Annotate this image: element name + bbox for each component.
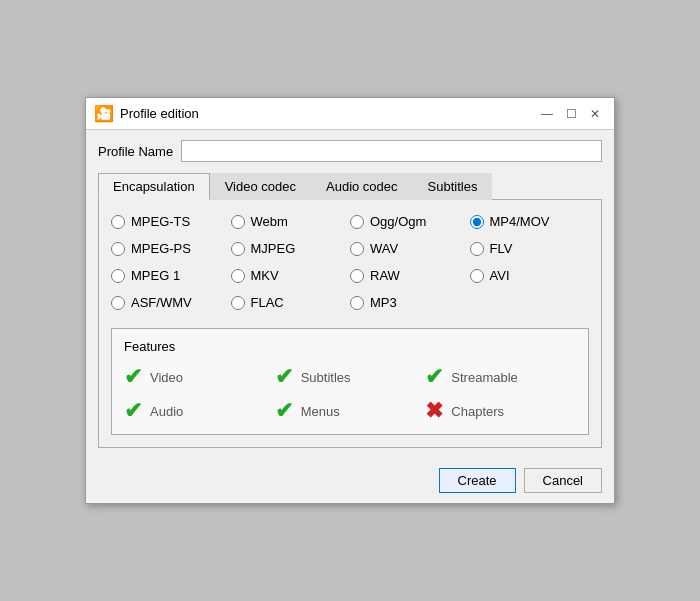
radio-mkv[interactable] — [231, 269, 245, 283]
check-audio-icon: ✔ — [124, 400, 142, 422]
label-mkv: MKV — [251, 268, 279, 283]
label-mpeg-ts: MPEG-TS — [131, 214, 190, 229]
minimize-button[interactable]: — — [536, 103, 558, 125]
check-streamable-icon: ✔ — [425, 366, 443, 388]
option-mpeg1[interactable]: MPEG 1 — [111, 268, 231, 283]
option-raw[interactable]: RAW — [350, 268, 470, 283]
feature-audio-label: Audio — [150, 404, 183, 419]
window-footer: Create Cancel — [86, 460, 614, 503]
maximize-button[interactable]: ☐ — [560, 103, 582, 125]
check-subtitles-icon: ✔ — [275, 366, 293, 388]
option-ogg-ogm[interactable]: Ogg/Ogm — [350, 214, 470, 229]
radio-mp3[interactable] — [350, 296, 364, 310]
label-ogg-ogm: Ogg/Ogm — [370, 214, 426, 229]
tab-audio-codec[interactable]: Audio codec — [311, 173, 413, 200]
tab-content-encapsulation: MPEG-TS Webm Ogg/Ogm MP4/MOV MPEG-PS — [98, 200, 602, 448]
profile-edition-window: 🎦 Profile edition — ☐ ✕ Profile Name Enc… — [85, 97, 615, 504]
label-mp4-mov: MP4/MOV — [490, 214, 550, 229]
option-mjpeg[interactable]: MJPEG — [231, 241, 351, 256]
option-mpeg-ps[interactable]: MPEG-PS — [111, 241, 231, 256]
title-bar: 🎦 Profile edition — ☐ ✕ — [86, 98, 614, 130]
option-wav[interactable]: WAV — [350, 241, 470, 256]
label-flv: FLV — [490, 241, 513, 256]
check-video-icon: ✔ — [124, 366, 142, 388]
radio-avi[interactable] — [470, 269, 484, 283]
label-webm: Webm — [251, 214, 288, 229]
cross-chapters-icon: ✖ — [425, 400, 443, 422]
vlc-icon: 🎦 — [94, 104, 114, 123]
radio-asf-wmv[interactable] — [111, 296, 125, 310]
radio-flv[interactable] — [470, 242, 484, 256]
encapsulation-options: MPEG-TS Webm Ogg/Ogm MP4/MOV MPEG-PS — [111, 214, 589, 310]
create-button[interactable]: Create — [439, 468, 516, 493]
title-bar-controls: — ☐ ✕ — [536, 103, 606, 125]
feature-subtitles-label: Subtitles — [301, 370, 351, 385]
feature-menus: ✔ Menus — [275, 400, 426, 422]
label-mp3: MP3 — [370, 295, 397, 310]
label-mpeg1: MPEG 1 — [131, 268, 180, 283]
option-mkv[interactable]: MKV — [231, 268, 351, 283]
label-raw: RAW — [370, 268, 400, 283]
label-mjpeg: MJPEG — [251, 241, 296, 256]
profile-name-label: Profile Name — [98, 144, 173, 159]
radio-webm[interactable] — [231, 215, 245, 229]
cancel-button[interactable]: Cancel — [524, 468, 602, 493]
feature-video-label: Video — [150, 370, 183, 385]
feature-menus-label: Menus — [301, 404, 340, 419]
option-flv[interactable]: FLV — [470, 241, 590, 256]
option-mp4-mov[interactable]: MP4/MOV — [470, 214, 590, 229]
label-wav: WAV — [370, 241, 398, 256]
option-asf-wmv[interactable]: ASF/WMV — [111, 295, 231, 310]
label-flac: FLAC — [251, 295, 284, 310]
feature-chapters-label: Chapters — [451, 404, 504, 419]
option-mpeg-ts[interactable]: MPEG-TS — [111, 214, 231, 229]
option-webm[interactable]: Webm — [231, 214, 351, 229]
option-flac[interactable]: FLAC — [231, 295, 351, 310]
label-asf-wmv: ASF/WMV — [131, 295, 192, 310]
window-body: Profile Name Encapsulation Video codec A… — [86, 130, 614, 460]
label-avi: AVI — [490, 268, 510, 283]
feature-streamable: ✔ Streamable — [425, 366, 576, 388]
feature-subtitles: ✔ Subtitles — [275, 366, 426, 388]
radio-ogg-ogm[interactable] — [350, 215, 364, 229]
close-button[interactable]: ✕ — [584, 103, 606, 125]
feature-chapters: ✖ Chapters — [425, 400, 576, 422]
radio-mpeg-ts[interactable] — [111, 215, 125, 229]
tab-encapsulation[interactable]: Encapsulation — [98, 173, 210, 200]
radio-mjpeg[interactable] — [231, 242, 245, 256]
feature-streamable-label: Streamable — [451, 370, 517, 385]
profile-name-input[interactable] — [181, 140, 602, 162]
feature-audio: ✔ Audio — [124, 400, 275, 422]
profile-name-row: Profile Name — [98, 140, 602, 162]
radio-mp4-mov[interactable] — [470, 215, 484, 229]
radio-raw[interactable] — [350, 269, 364, 283]
radio-flac[interactable] — [231, 296, 245, 310]
tab-video-codec[interactable]: Video codec — [210, 173, 311, 200]
radio-mpeg1[interactable] — [111, 269, 125, 283]
features-grid: ✔ Video ✔ Subtitles ✔ Streamable ✔ Audio — [124, 366, 576, 422]
radio-wav[interactable] — [350, 242, 364, 256]
features-title: Features — [124, 339, 576, 354]
window-title: Profile edition — [120, 106, 199, 121]
option-mp3[interactable]: MP3 — [350, 295, 470, 310]
check-menus-icon: ✔ — [275, 400, 293, 422]
radio-mpeg-ps[interactable] — [111, 242, 125, 256]
features-box: Features ✔ Video ✔ Subtitles ✔ Streamabl… — [111, 328, 589, 435]
feature-video: ✔ Video — [124, 366, 275, 388]
title-bar-left: 🎦 Profile edition — [94, 104, 199, 123]
tab-subtitles[interactable]: Subtitles — [413, 173, 493, 200]
tabs-bar: Encapsulation Video codec Audio codec Su… — [98, 172, 602, 200]
label-mpeg-ps: MPEG-PS — [131, 241, 191, 256]
option-avi[interactable]: AVI — [470, 268, 590, 283]
grid-spacer — [470, 295, 590, 310]
